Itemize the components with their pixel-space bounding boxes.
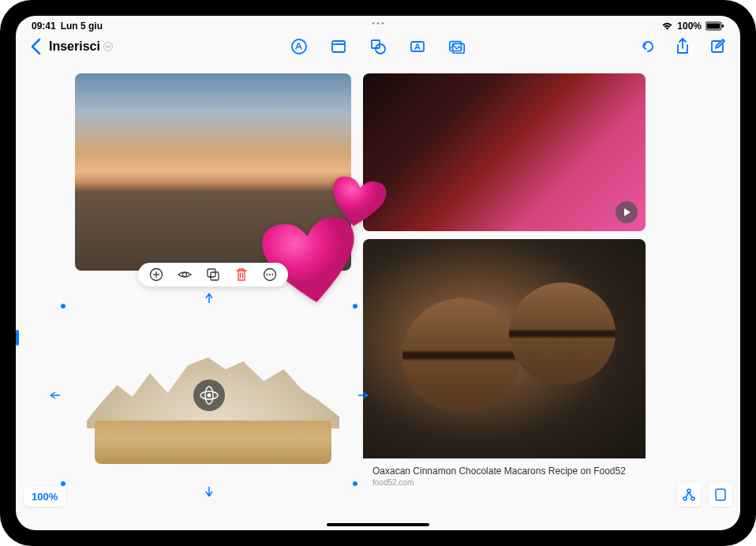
ipad-frame: 09:41 Lun 5 giu 100% Inserisci bbox=[0, 0, 756, 546]
eye-icon[interactable] bbox=[178, 267, 192, 282]
home-indicator[interactable] bbox=[327, 523, 429, 526]
note-tool-icon[interactable] bbox=[330, 38, 347, 55]
object-context-menu bbox=[138, 263, 288, 286]
status-time: 09:41 bbox=[32, 21, 56, 32]
selection-arrow-left[interactable] bbox=[49, 391, 60, 400]
svg-point-27 bbox=[683, 497, 687, 500]
chevron-down-icon bbox=[103, 42, 113, 51]
link-title: Oaxacan Cinnamon Chocolate Macarons Reci… bbox=[372, 466, 636, 477]
compose-icon[interactable] bbox=[709, 38, 726, 55]
canvas[interactable]: Oaxacan Cinnamon Chocolate Macarons Reci… bbox=[16, 62, 740, 513]
multitask-dots[interactable] bbox=[372, 22, 384, 24]
selection-arrow-down[interactable] bbox=[204, 487, 214, 498]
svg-point-20 bbox=[267, 274, 268, 275]
svg-rect-10 bbox=[450, 42, 462, 51]
share-icon[interactable] bbox=[674, 38, 691, 55]
svg-rect-5 bbox=[332, 41, 345, 52]
undo-icon[interactable] bbox=[639, 38, 657, 55]
edge-indicator bbox=[16, 330, 19, 346]
status-date: Lun 5 giu bbox=[61, 21, 103, 32]
add-icon[interactable] bbox=[149, 267, 163, 282]
document-title-dropdown[interactable]: Inserisci bbox=[49, 39, 113, 54]
svg-rect-9 bbox=[411, 42, 424, 51]
selection-arrow-up[interactable] bbox=[204, 292, 214, 303]
photo-tool-icon[interactable] bbox=[448, 38, 466, 55]
selection-arrow-right[interactable] bbox=[358, 391, 369, 400]
document-title: Inserisci bbox=[49, 39, 100, 54]
svg-point-3 bbox=[103, 43, 112, 51]
svg-rect-1 bbox=[707, 24, 720, 29]
zoom-level[interactable]: 100% bbox=[24, 487, 65, 507]
svg-point-16 bbox=[182, 272, 186, 276]
wifi-icon bbox=[661, 21, 673, 31]
copy-icon[interactable] bbox=[206, 267, 220, 282]
svg-point-25 bbox=[208, 393, 211, 397]
more-icon[interactable] bbox=[263, 267, 277, 282]
selection-handle[interactable] bbox=[60, 481, 66, 487]
markup-tool-icon[interactable] bbox=[290, 38, 308, 55]
rotate-3d-icon[interactable] bbox=[193, 380, 225, 411]
selection-handle[interactable] bbox=[60, 303, 66, 309]
svg-point-26 bbox=[687, 489, 691, 492]
svg-rect-17 bbox=[208, 269, 215, 277]
selection-handle[interactable] bbox=[352, 481, 358, 487]
link-source: food52.com bbox=[372, 478, 636, 487]
trash-icon[interactable] bbox=[234, 267, 249, 282]
svg-point-21 bbox=[269, 274, 271, 275]
svg-point-28 bbox=[691, 497, 694, 500]
battery-icon bbox=[705, 21, 724, 31]
video-party[interactable] bbox=[363, 73, 646, 231]
svg-rect-31 bbox=[716, 489, 725, 500]
svg-line-29 bbox=[686, 492, 689, 497]
page-icon[interactable] bbox=[709, 483, 732, 507]
svg-rect-18 bbox=[211, 272, 219, 280]
svg-line-30 bbox=[689, 492, 692, 497]
svg-point-22 bbox=[272, 274, 274, 275]
shapes-tool-icon[interactable] bbox=[369, 38, 387, 55]
photo-macarons[interactable] bbox=[363, 239, 646, 458]
battery-percent: 100% bbox=[677, 21, 702, 32]
svg-rect-2 bbox=[722, 24, 724, 28]
screen: 09:41 Lun 5 giu 100% Inserisci bbox=[16, 16, 740, 530]
link-preview-caption[interactable]: Oaxacan Cinnamon Chocolate Macarons Reci… bbox=[363, 458, 646, 493]
toolbar: Inserisci bbox=[16, 32, 740, 62]
back-button[interactable] bbox=[30, 38, 41, 55]
play-icon[interactable] bbox=[616, 201, 638, 223]
navigator-icon[interactable] bbox=[677, 483, 701, 507]
textbox-tool-icon[interactable] bbox=[409, 38, 426, 55]
object-3d-cake[interactable] bbox=[63, 306, 355, 484]
svg-point-8 bbox=[376, 44, 385, 54]
